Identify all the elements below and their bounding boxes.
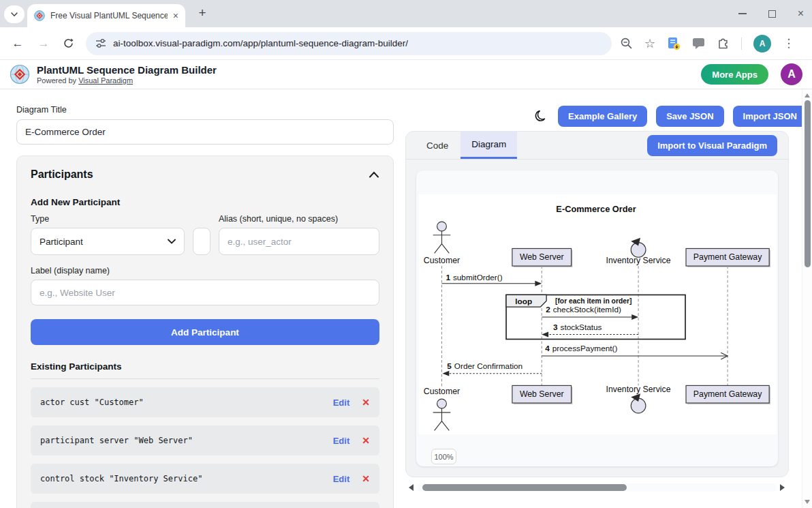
existing-participants-heading: Existing Participants [31, 361, 379, 372]
display-name-block: Label (display name) [31, 266, 379, 305]
display-name-label: Label (display name) [31, 266, 379, 275]
chevron-down-icon [10, 10, 19, 19]
participant-inventory-bottom: Inventory Service [606, 385, 671, 413]
horizontal-scroll-track[interactable] [417, 483, 777, 492]
diagram-title-label: Diagram Title [16, 105, 67, 115]
window-controls: × [738, 0, 804, 27]
new-tab-button[interactable]: + [193, 4, 211, 22]
scroll-right-arrow-icon[interactable] [780, 484, 785, 491]
visual-paradigm-logo [10, 64, 30, 85]
toolbar-separator [741, 38, 742, 50]
minimize-icon[interactable] [738, 13, 747, 14]
tab-diagram[interactable]: Diagram [460, 132, 517, 159]
participant-code: participant server "Web Server" [40, 436, 333, 445]
url-bar[interactable]: ai-toolbox.visual-paradigm.com/app/plant… [86, 32, 612, 55]
participant-webserver-bottom: Web Server [512, 385, 573, 404]
url-text: ai-toolbox.visual-paradigm.com/app/plant… [113, 38, 408, 48]
example-gallery-button[interactable]: Example Gallery [558, 106, 647, 127]
tune-icon[interactable] [95, 38, 106, 48]
site-favicon [34, 10, 45, 21]
svg-text:2checkStock(itemId): 2checkStock(itemId) [546, 305, 621, 314]
display-name-input[interactable] [31, 280, 379, 305]
edit-link[interactable]: Edit [333, 398, 350, 408]
participant-type-select[interactable]: Participant [31, 228, 185, 255]
delete-icon[interactable]: ✕ [362, 435, 370, 446]
delete-icon[interactable]: ✕ [362, 397, 370, 408]
visual-paradigm-link[interactable]: Visual Paradigm [78, 76, 133, 85]
svg-text:1submitOrder(): 1submitOrder() [446, 273, 502, 282]
divider [31, 378, 379, 379]
tab-title: Free Visual PlantUML Sequence [50, 11, 168, 20]
scroll-left-arrow-icon[interactable] [409, 484, 413, 491]
participant-code: control stock "Inventory Service" [40, 474, 333, 483]
participant-payment-top: Payment Gateway [686, 248, 770, 267]
svg-text:Inventory Service: Inventory Service [606, 385, 671, 394]
color-swatch-box[interactable] [193, 228, 210, 255]
dark-mode-toggle[interactable] [533, 108, 549, 125]
participant-payment-bottom: Payment Gateway [686, 385, 770, 404]
svg-text:Web Server: Web Server [520, 389, 564, 399]
zoom-out-icon[interactable] [620, 37, 633, 50]
horizontal-scrollbar[interactable] [409, 483, 785, 492]
participant-inventory-top: Inventory Service [606, 238, 671, 265]
page-content: Diagram Title Participants Add New Parti… [0, 89, 812, 508]
zoom-level-badge[interactable]: 100% [431, 449, 456, 464]
edit-link[interactable]: Edit [333, 474, 350, 484]
message-5: 5Order Confirmation [442, 361, 542, 376]
participant-form-row: Type Participant Alias (short, unique, n… [31, 214, 379, 255]
extensions-puzzle-icon[interactable] [717, 37, 730, 50]
vertical-scroll-thumb[interactable] [805, 100, 811, 267]
participants-header[interactable]: Participants [31, 168, 379, 181]
more-apps-button[interactable]: More Apps [701, 64, 768, 85]
svg-text:Web Server: Web Server [520, 252, 564, 262]
svg-text:Payment Gateway: Payment Gateway [693, 389, 762, 399]
browser-menu-icon[interactable]: ⋮ [783, 36, 794, 50]
scroll-down-arrow-icon[interactable] [805, 500, 810, 504]
participant-webserver-top: Web Server [512, 248, 573, 267]
delete-icon[interactable]: ✕ [362, 473, 370, 484]
browser-tab[interactable]: Free Visual PlantUML Sequence × [27, 4, 185, 27]
forward-icon[interactable]: → [35, 35, 52, 52]
participant-code: actor cust "Customer" [40, 398, 333, 407]
participant-row: actor cust "Customer" Edit ✕ [31, 387, 379, 417]
import-json-button[interactable]: Import JSON [733, 106, 807, 127]
back-icon[interactable]: ← [10, 35, 26, 52]
app-header: PlantUML Sequence Diagram Builder Powere… [0, 60, 812, 89]
diagram-viewport[interactable]: E-Commerce Order Customer [416, 170, 778, 466]
powered-by: Powered by Visual Paradigm [37, 76, 217, 85]
message-2: 2checkStock(itemId) [542, 305, 638, 320]
message-4: 4processPayment() [542, 344, 728, 359]
alias-input[interactable] [219, 228, 379, 255]
reload-icon[interactable] [60, 35, 76, 52]
add-participant-button[interactable]: Add Participant [31, 319, 379, 345]
tab-search-button[interactable] [4, 5, 25, 23]
diagram-title-input[interactable] [16, 119, 394, 145]
scroll-up-arrow-icon[interactable] [805, 93, 810, 98]
svg-text:[for each item in order]: [for each item in order] [555, 297, 631, 305]
app-title-block: PlantUML Sequence Diagram Builder Powere… [37, 64, 217, 85]
import-to-vp-button[interactable]: Import to Visual Paradigm [647, 135, 777, 156]
svg-text:Payment Gateway: Payment Gateway [693, 252, 762, 262]
tab-code[interactable]: Code [414, 132, 460, 159]
save-json-button[interactable]: Save JSON [656, 106, 723, 127]
diagram-body: E-Commerce Order Customer [406, 160, 788, 477]
type-label: Type [31, 214, 185, 224]
type-selected-value: Participant [40, 237, 83, 247]
bookmark-star-icon[interactable]: ☆ [644, 36, 655, 51]
svg-text:Customer: Customer [424, 387, 460, 396]
reading-list-icon[interactable] [667, 37, 681, 50]
panel-tabs: Code Diagram Import to Visual Paradigm [406, 132, 788, 160]
chevron-up-icon[interactable] [369, 170, 379, 179]
app-user-avatar[interactable]: A [781, 63, 802, 85]
participant-customer-bottom: Customer [424, 387, 460, 430]
browser-profile-avatar[interactable]: A [753, 35, 771, 53]
comment-icon[interactable] [692, 38, 705, 49]
diagram-title-text: E-Commerce Order [556, 204, 636, 214]
diagram-panel: Code Diagram Import to Visual Paradigm E… [405, 131, 789, 477]
window-close-icon[interactable]: × [798, 8, 804, 19]
tab-close-icon[interactable]: × [173, 11, 178, 20]
vertical-scrollbar[interactable] [802, 89, 812, 508]
maximize-icon[interactable] [768, 10, 776, 18]
horizontal-scroll-thumb[interactable] [422, 484, 627, 491]
edit-link[interactable]: Edit [333, 436, 350, 446]
